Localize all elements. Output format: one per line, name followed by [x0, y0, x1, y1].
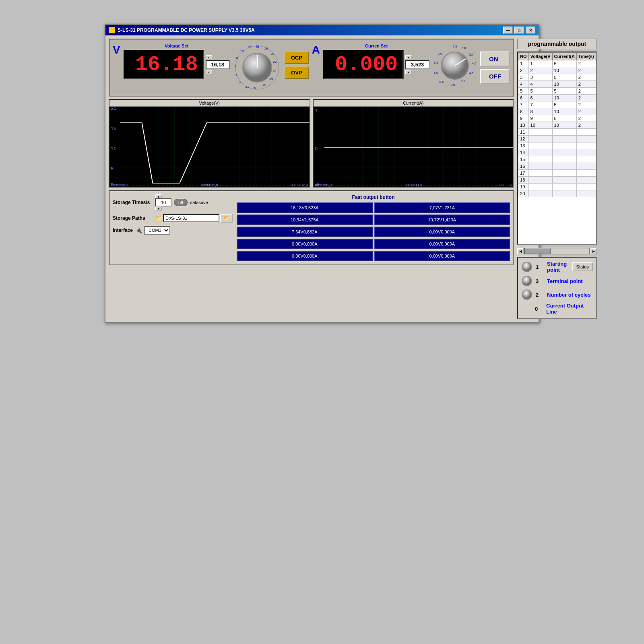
output-line-row: 0 Current Output Line: [521, 303, 593, 315]
svg-text:22: 22: [273, 60, 277, 64]
storage-times-input[interactable]: [155, 198, 171, 206]
times-up[interactable]: ▲: [155, 194, 162, 198]
terminal-point-knob[interactable]: [521, 275, 533, 287]
svg-text:0: 0: [254, 86, 256, 90]
table-row[interactable]: 5552: [518, 88, 596, 95]
fast-btn-2[interactable]: 10,94V1,575A: [237, 215, 373, 225]
table-row[interactable]: 14: [518, 149, 596, 156]
table-row[interactable]: 1010102: [518, 122, 596, 129]
fast-btn-7[interactable]: 0,00V0,000A: [374, 239, 510, 249]
table-row[interactable]: 19: [518, 184, 596, 190]
ocp-button[interactable]: OCP: [285, 52, 309, 64]
ovp-button[interactable]: OVP: [285, 66, 309, 79]
svg-text:1,0: 1,0: [434, 71, 439, 74]
minimize-button[interactable]: —: [503, 27, 513, 34]
c-time-3: 00:03:33,9: [495, 183, 512, 187]
starting-point-num: 1: [536, 264, 544, 270]
table-row[interactable]: 7752: [518, 101, 596, 108]
terminal-point-row: 3 Terminal point: [521, 275, 593, 287]
current-set-label: Curren Set: [365, 43, 388, 48]
toggle-button[interactable]: off: [174, 199, 188, 206]
c-time-2: 00:03:33,0: [405, 183, 422, 187]
browse-button[interactable]: 📂: [220, 214, 233, 223]
titlebar-left: ⚡ S-LS-31 PROGRAMMABLE DC POWER SUPPLY V…: [109, 27, 255, 33]
table-row[interactable]: 17: [518, 170, 596, 177]
svg-text:20: 20: [111, 107, 117, 111]
times-down[interactable]: ▼: [155, 206, 162, 211]
svg-rect-32: [109, 107, 310, 187]
svg-text:4: 4: [235, 73, 237, 76]
fast-output-title: Fast output button: [237, 194, 510, 200]
table-row[interactable]: 12: [518, 136, 596, 142]
fast-btn-1[interactable]: 7,07V1,231A: [374, 202, 510, 213]
table-row[interactable]: 18: [518, 177, 596, 184]
voltage-up-arrow[interactable]: ▲: [206, 55, 212, 59]
scroll-left[interactable]: ◀: [517, 248, 524, 254]
cycles-knob[interactable]: [521, 289, 533, 300]
starting-point-knob[interactable]: [521, 261, 533, 272]
fast-output-area: Fast output button 16,18V3,523A 7,07V1,2…: [237, 194, 510, 261]
scrollbar-track[interactable]: [524, 248, 590, 254]
table-row[interactable]: 15: [518, 156, 596, 163]
interface-select[interactable]: COM3: [144, 226, 170, 235]
table-row[interactable]: 13: [518, 142, 596, 149]
svg-text:28: 28: [262, 83, 266, 87]
starting-point-label: Starting point: [547, 261, 569, 273]
voltage-down-arrow[interactable]: ▼: [206, 70, 212, 74]
current-down-arrow[interactable]: ▼: [405, 70, 412, 74]
fast-btn-0[interactable]: 16,18V3,523A: [237, 202, 373, 213]
current-up-arrow[interactable]: ▲: [405, 55, 412, 59]
svg-rect-39: [314, 107, 514, 187]
on-button[interactable]: ON: [480, 52, 510, 66]
fast-btn-6[interactable]: 0,00V0,000A: [237, 239, 373, 249]
current-knob[interactable]: 2,5 3,0 3,5 4,0 4,5 5,1 0,0 0,5 1,0 1,5 …: [433, 43, 477, 88]
table-row[interactable]: 66102: [518, 95, 596, 101]
storage-paths-row: Storage Paths 📁 📂: [113, 214, 233, 223]
voltage-display: 16.18: [124, 50, 204, 79]
table-row[interactable]: 22102: [518, 67, 596, 74]
fast-btn-9[interactable]: 0,00V0,000A: [374, 251, 510, 261]
storage-times-row: Storage Times/s ▲ ▼ off datasave: [113, 194, 233, 211]
close-button[interactable]: ✕: [526, 27, 535, 34]
svg-text:2,0: 2,0: [438, 52, 443, 56]
svg-text:0: 0: [314, 147, 318, 151]
maximize-button[interactable]: □: [514, 27, 524, 34]
scrollbar-thumb[interactable]: [525, 248, 551, 254]
path-input[interactable]: [163, 214, 219, 222]
voltage-knob[interactable]: 16 18 20 22 24 26 28 0 31 2 4 6 8 10: [233, 43, 281, 92]
fast-btn-8[interactable]: 0,00V0,000A: [237, 251, 373, 261]
svg-text:0,0: 0,0: [451, 83, 456, 87]
current-set-value[interactable]: 3,523: [405, 60, 429, 69]
table-row[interactable]: 20: [518, 190, 596, 197]
off-button[interactable]: OFF: [480, 69, 510, 84]
svg-text:14: 14: [255, 44, 259, 47]
svg-text:3,0: 3,0: [462, 46, 466, 50]
table-row[interactable]: 1152: [518, 60, 596, 67]
voltage-set-value[interactable]: 16,18: [206, 60, 230, 69]
table-row[interactable]: 16: [518, 163, 596, 170]
storage-area: Storage Times/s ▲ ▼ off datasave Storage…: [113, 194, 233, 261]
svg-text:0,5: 0,5: [440, 80, 444, 84]
fast-btn-3[interactable]: 10,72V1,423A: [374, 215, 510, 225]
svg-text:4,5: 4,5: [469, 71, 474, 75]
v-time-3: 00:03:32,9: [291, 183, 308, 187]
table-row[interactable]: 11: [518, 129, 596, 136]
scroll-right[interactable]: ▶: [590, 248, 597, 254]
v-time-1: 00:03:30,3: [111, 183, 128, 187]
table-row[interactable]: 3352: [518, 74, 596, 81]
table-row[interactable]: 44102: [518, 81, 596, 88]
prog-table: NO Voltage(V Current(A Time(s) 115222102…: [518, 52, 596, 197]
svg-text:3,5: 3,5: [469, 53, 474, 56]
folder-icon: 📁: [155, 215, 162, 221]
svg-text:20: 20: [270, 52, 274, 56]
starting-point-row: 1 Starting point Status: [521, 261, 593, 273]
table-row[interactable]: 9952: [518, 115, 596, 122]
right-panel: programmable output NO Voltage(V Current…: [517, 39, 597, 319]
table-row[interactable]: 88102: [518, 108, 596, 115]
fast-btn-4[interactable]: 7,64V0,882A: [237, 227, 373, 237]
fast-btn-5[interactable]: 0,00V0,000A: [374, 227, 510, 237]
status-button[interactable]: Status: [572, 262, 593, 271]
main-content: V Voltage Set 16.18 ▲ 16,18 ▼: [105, 35, 539, 322]
prog-table-container[interactable]: NO Voltage(V Current(A Time(s) 115222102…: [517, 52, 597, 245]
col-voltage: Voltage(V: [528, 53, 552, 60]
